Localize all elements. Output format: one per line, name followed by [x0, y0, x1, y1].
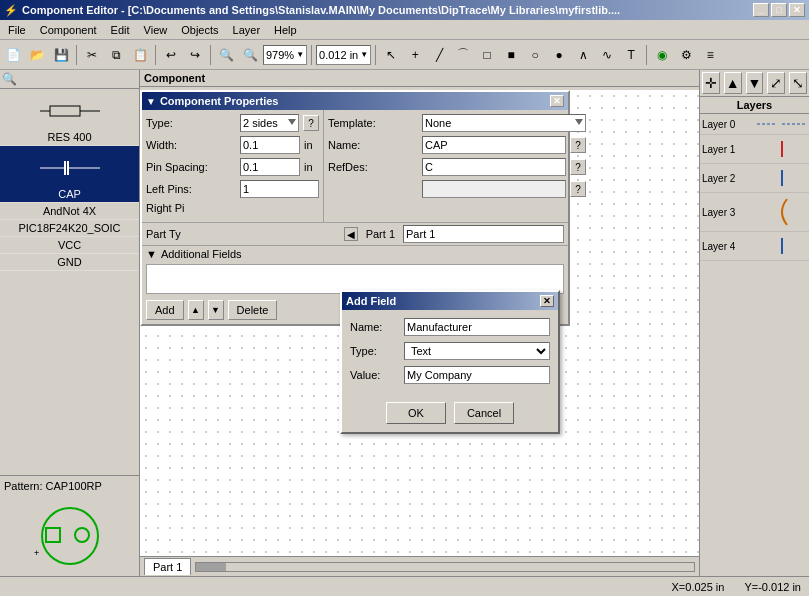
menu-file[interactable]: File [2, 22, 32, 38]
menu-objects[interactable]: Objects [175, 22, 224, 38]
toolbar: 📄 📂 💾 ✂ ⧉ 📋 ↩ ↪ 🔍 🔍 979% ▼ 0.012 in ▼ ↖ … [0, 40, 809, 70]
move-down-button[interactable]: ▼ [208, 300, 224, 320]
type-help-button[interactable]: ? [303, 115, 319, 131]
component-item-andnot[interactable]: AndNot 4X [0, 203, 139, 220]
properties-left: Type: 2 sides ? Width: in Pin Spacing: [142, 110, 324, 222]
netlist-button[interactable]: ≡ [699, 44, 721, 66]
type-select[interactable]: 2 sides [240, 114, 299, 132]
field-type-select[interactable]: Text Number Boolean [404, 342, 550, 360]
layer-1-item[interactable]: Layer 1 [700, 135, 809, 164]
type-row: Type: 2 sides ? [146, 114, 319, 132]
width-unit: in [304, 139, 319, 151]
left-pins-input[interactable] [240, 180, 319, 198]
layer-4-item[interactable]: Layer 4 [700, 232, 809, 261]
circle-tool[interactable]: ○ [524, 44, 546, 66]
menu-bar: File Component Edit View Objects Layer H… [0, 20, 809, 40]
part-prev-button[interactable]: ◀ [344, 227, 358, 241]
lib-button[interactable]: ⚙ [675, 44, 697, 66]
component-item-pic[interactable]: PIC18F24K20_SOIC [0, 220, 139, 237]
menu-component[interactable]: Component [34, 22, 103, 38]
component-item-res400[interactable]: RES 400 [0, 89, 139, 146]
save-button[interactable]: 💾 [50, 44, 72, 66]
nav-cross-button[interactable]: ✛ [702, 72, 720, 94]
menu-help[interactable]: Help [268, 22, 303, 38]
fill-circle-tool[interactable]: ● [548, 44, 570, 66]
part-1-tab[interactable]: Part 1 [144, 558, 191, 575]
zoom-dropdown[interactable]: 979% ▼ [263, 45, 307, 65]
zoom-out-button[interactable]: 🔍 [239, 44, 261, 66]
name-help-button[interactable]: ? [570, 137, 586, 153]
dialog-cancel-button[interactable]: Cancel [454, 402, 514, 424]
add-field-button[interactable]: Add [146, 300, 184, 320]
layer-3-icon [757, 197, 807, 227]
additional-fields-toggle[interactable]: ▼ Additional Fields [142, 245, 568, 262]
unknown-help-button[interactable]: ? [570, 181, 586, 197]
x-coordinate: X=0.025 in [672, 581, 725, 593]
layer-2-item[interactable]: Layer 2 [700, 164, 809, 193]
component-item-cap[interactable]: CAP [0, 146, 139, 203]
component-item-vcc[interactable]: VCC [0, 237, 139, 254]
undo-button[interactable]: ↩ [160, 44, 182, 66]
dialog-close-button[interactable]: ✕ [540, 295, 554, 307]
redo-button[interactable]: ↪ [184, 44, 206, 66]
component-item-gnd[interactable]: GND [0, 254, 139, 271]
width-input[interactable] [240, 136, 300, 154]
component-list: RES 400 CAP AndNot 4X PIC18F24K20_SOIC V… [0, 89, 139, 475]
rect-tool[interactable]: □ [476, 44, 498, 66]
refdes-help-button[interactable]: ? [570, 159, 586, 175]
close-button[interactable]: ✕ [789, 3, 805, 17]
properties-close-button[interactable]: ✕ [550, 95, 564, 107]
select-tool[interactable]: ↖ [380, 44, 402, 66]
cut-button[interactable]: ✂ [81, 44, 103, 66]
field-value-input[interactable] [404, 366, 550, 384]
pin-spacing-input[interactable] [240, 158, 300, 176]
paste-button[interactable]: 📋 [129, 44, 151, 66]
bezier-tool[interactable]: ∿ [596, 44, 618, 66]
svg-rect-8 [46, 528, 60, 542]
maximize-button[interactable]: □ [771, 3, 787, 17]
properties-right: Template: None Name: ? RefDes: ? [324, 110, 590, 222]
delete-field-button[interactable]: Delete [228, 300, 278, 320]
unknown-input[interactable] [422, 180, 566, 198]
template-select[interactable]: None [422, 114, 586, 132]
move-up-button[interactable]: ▲ [188, 300, 204, 320]
component-section-label: Component [140, 70, 699, 87]
zoom-in-button[interactable]: 🔍 [215, 44, 237, 66]
collapse-icon[interactable]: ▼ [146, 96, 156, 107]
add-pin-tool[interactable]: + [404, 44, 426, 66]
arc-tool[interactable]: ⌒ [452, 44, 474, 66]
menu-view[interactable]: View [138, 22, 174, 38]
nav-collapse-button[interactable]: ⤡ [789, 72, 807, 94]
field-name-input[interactable] [404, 318, 550, 336]
fill-rect-tool[interactable]: ■ [500, 44, 522, 66]
part-name-input[interactable] [403, 225, 564, 243]
menu-edit[interactable]: Edit [105, 22, 136, 38]
nav-down-button[interactable]: ▼ [746, 72, 764, 94]
menu-layer[interactable]: Layer [227, 22, 267, 38]
grid-dropdown[interactable]: 0.012 in ▼ [316, 45, 371, 65]
open-button[interactable]: 📂 [26, 44, 48, 66]
andnot-label: AndNot 4X [43, 205, 96, 217]
layer-0-item[interactable]: Layer 0 [700, 114, 809, 135]
line-tool[interactable]: ╱ [428, 44, 450, 66]
width-row: Width: in [146, 136, 319, 154]
polyline-tool[interactable]: ∧ [572, 44, 594, 66]
name-input[interactable] [422, 136, 566, 154]
drc-button[interactable]: ◉ [651, 44, 673, 66]
y-coordinate: Y=-0.012 in [744, 581, 801, 593]
h-scrollbar[interactable] [195, 562, 695, 572]
nav-expand-button[interactable]: ⤢ [767, 72, 785, 94]
svg-point-9 [75, 528, 89, 542]
refdes-input[interactable] [422, 158, 566, 176]
search-area: 🔍 [0, 70, 139, 89]
h-scrollbar-thumb[interactable] [196, 563, 226, 571]
copy-button[interactable]: ⧉ [105, 44, 127, 66]
new-button[interactable]: 📄 [2, 44, 24, 66]
layer-3-item[interactable]: Layer 3 [700, 193, 809, 232]
properties-title: Component Properties [160, 95, 279, 107]
dialog-ok-button[interactable]: OK [386, 402, 446, 424]
nav-up-button[interactable]: ▲ [724, 72, 742, 94]
layers-title: Layers [700, 97, 809, 114]
text-tool[interactable]: T [620, 44, 642, 66]
minimize-button[interactable]: _ [753, 3, 769, 17]
